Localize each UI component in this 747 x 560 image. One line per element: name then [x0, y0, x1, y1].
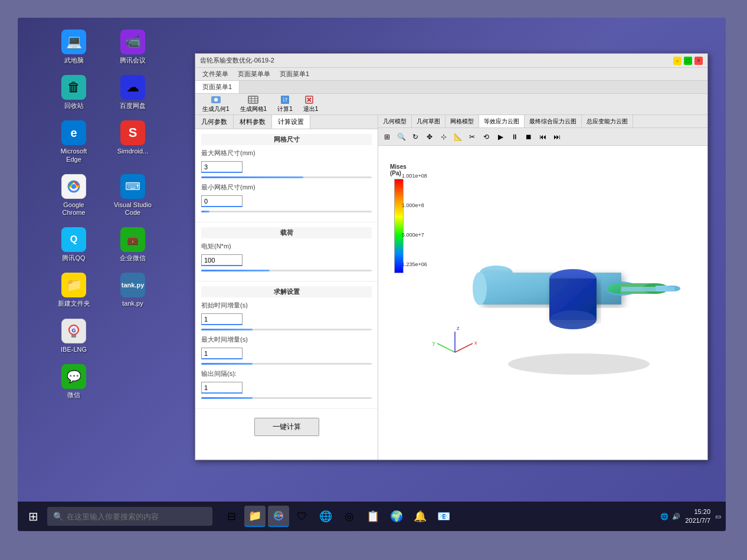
app-titlebar: 齿轮系输变数优化-0619-2 - □ × — [195, 54, 707, 68]
taskbar-app-6[interactable]: 📋 — [362, 506, 384, 527]
toolbar-generate-mesh[interactable]: 生成网格1 — [237, 94, 271, 114]
max-time-slider-fill — [201, 363, 253, 365]
view-pan-icon[interactable]: ✥ — [423, 130, 436, 143]
clock-time: 15:20 — [685, 507, 710, 516]
desktop-icon-tankpy[interactable]: tank.py tank.py — [112, 273, 153, 307]
taskbar-clock[interactable]: 15:20 2021/7/7 — [685, 507, 710, 526]
toolbar-exit[interactable]: 退出1 — [300, 94, 322, 114]
taskbar-task-view[interactable]: ⊟ — [221, 506, 242, 527]
desktop-icon-folder[interactable]: 📁 新建文件夹 — [53, 273, 94, 307]
init-time-slider[interactable] — [201, 329, 372, 330]
load-section: 载荷 电矩(N*m) — [195, 222, 378, 281]
param-tab-calc[interactable]: 计算设置 — [272, 115, 310, 129]
taskbar-search[interactable]: 🔍 — [47, 507, 212, 526]
taskbar-app-5[interactable]: ◎ — [339, 506, 360, 527]
min-mesh-input-row — [201, 195, 372, 207]
view-rotate-icon[interactable]: ↻ — [409, 130, 422, 143]
maximize-button[interactable]: □ — [684, 57, 692, 65]
menu-page1[interactable]: 页面菜单单 — [234, 69, 274, 79]
recycle-label: 回收站 — [64, 102, 84, 110]
param-tab-geometry[interactable]: 几何参数 — [195, 115, 234, 129]
init-time-input[interactable] — [201, 313, 243, 325]
toolbar-generate-geo[interactable]: 生成几何1 — [199, 94, 233, 114]
tab-page1[interactable]: 页面菜单1 — [195, 81, 240, 93]
torque-slider[interactable] — [201, 270, 372, 271]
desktop-icon-vscode[interactable]: ⌨ Visual Studio Code — [112, 174, 153, 217]
ibelng-label: IBE-LNG — [61, 346, 87, 353]
taskbar-app-3[interactable]: 🛡 — [291, 506, 313, 527]
min-mesh-slider[interactable] — [201, 211, 372, 212]
view-play-icon[interactable]: ▶ — [494, 130, 507, 143]
desktop-icon-wechat[interactable]: 💬 微信 — [53, 364, 94, 399]
init-time-input-row — [201, 313, 372, 325]
view-select-icon[interactable]: ⊹ — [437, 130, 450, 143]
view-fit-icon[interactable]: ⊞ — [381, 130, 394, 143]
taskbar-explorer[interactable]: 📁 — [244, 506, 266, 527]
close-button[interactable]: × — [694, 57, 703, 65]
view-tab-geo-model[interactable]: 几何模型 — [378, 115, 412, 127]
max-time-slider[interactable] — [201, 363, 372, 365]
output-interval-label: 输出间隔(s): — [201, 369, 372, 378]
max-mesh-input[interactable] — [201, 161, 243, 173]
ibelng-icon: G — [61, 319, 86, 343]
param-tab-material[interactable]: 材料参数 — [234, 115, 272, 129]
model-3d-shaft: x y z — [425, 163, 697, 388]
search-input[interactable] — [67, 512, 196, 521]
desktop-icon-simdroid[interactable]: S Simdroid... — [112, 120, 153, 163]
menu-file[interactable]: 文件菜单 — [199, 69, 232, 79]
desktop-icon-wudi[interactable]: 💻 武地脑 — [53, 30, 94, 64]
view-pause-icon[interactable]: ⏸ — [508, 130, 521, 143]
desktop-icon-recycle[interactable]: 🗑 回收站 — [53, 75, 94, 110]
desktop-icon-edge[interactable]: e Microsoft Edge — [53, 120, 94, 163]
view-tab-final-stress[interactable]: 最终综合应力云图 — [525, 115, 582, 127]
minimize-button[interactable]: - — [673, 57, 682, 65]
max-mesh-slider-fill — [201, 176, 303, 178]
desktop-icon-ibelng[interactable]: G IBE-LNG — [53, 319, 94, 353]
taskbar-app-9[interactable]: 📧 — [433, 506, 454, 527]
max-mesh-slider[interactable] — [201, 176, 372, 178]
view-zoom-in-icon[interactable]: 🔍 — [395, 130, 408, 143]
min-mesh-input[interactable] — [201, 195, 243, 207]
view-prev-icon[interactable]: ⏮ — [536, 130, 549, 143]
calc-icon: 计 — [279, 95, 291, 104]
view-reset-icon[interactable]: ⟲ — [480, 130, 493, 143]
desktop-icon-qq[interactable]: Q 腾讯QQ — [53, 227, 94, 262]
view-tab-geo-sketch[interactable]: 几何草图 — [412, 115, 445, 127]
taskbar-app-7[interactable]: 🌍 — [386, 506, 407, 527]
taskbar-app-4[interactable]: 🌐 — [315, 506, 336, 527]
app-content: 几何参数 材料参数 计算设置 网格尺寸 最大网格尺寸(mm) — [195, 115, 707, 460]
view-section-icon[interactable]: ✂ — [466, 130, 479, 143]
taskbar-chrome-app[interactable] — [268, 506, 289, 527]
max-time-input[interactable] — [201, 348, 243, 359]
taskbar-show-desktop[interactable]: ▭ — [715, 513, 721, 520]
desktop-icon-baidu[interactable]: ☁ 百度网盘 — [112, 75, 153, 110]
desktop-icon-chrome[interactable]: Google Chrome — [53, 174, 94, 217]
view-tab-strain[interactable]: 总应变能力云图 — [582, 115, 633, 127]
output-interval-slider[interactable] — [201, 397, 372, 399]
start-button[interactable]: ⊞ — [22, 506, 44, 527]
torque-input[interactable] — [201, 254, 243, 266]
output-interval-slider-fill — [201, 397, 253, 399]
param-tabs: 几何参数 材料参数 计算设置 — [195, 115, 378, 129]
menu-page2[interactable]: 页面菜单1 — [276, 69, 313, 79]
wudi-label: 武地脑 — [64, 57, 84, 64]
chrome-icon — [61, 174, 86, 199]
view-next-icon[interactable]: ⏭ — [551, 130, 563, 143]
view-tab-stress[interactable]: 等效应力云图 — [479, 115, 525, 127]
desktop: 💻 武地脑 📹 腾讯会议 🗑 回收站 ☁ 百度网盘 — [18, 18, 726, 531]
scale-mid1: 1.000e+8 — [402, 202, 427, 208]
desktop-icon-wxwork[interactable]: 💼 企业微信 — [112, 227, 153, 262]
one-click-calc-button[interactable]: 一键计算 — [254, 418, 319, 436]
taskbar-app-8[interactable]: 🔔 — [409, 506, 431, 527]
view-measure-icon[interactable]: 📐 — [451, 130, 464, 143]
icon-row-8: 💬 微信 — [53, 364, 153, 399]
toolbar-calc[interactable]: 计 计算1 — [274, 94, 296, 114]
output-interval-input[interactable] — [201, 382, 243, 394]
solver-section: 求解设置 初始时间增量(s) 最大时间增量(s) — [195, 281, 378, 409]
baidu-label: 百度网盘 — [120, 102, 146, 110]
view-tab-mesh[interactable]: 网格模型 — [445, 115, 479, 127]
vscode-label: Visual Studio Code — [112, 201, 153, 217]
clock-date: 2021/7/7 — [685, 516, 710, 525]
view-stop-icon[interactable]: ⏹ — [522, 130, 535, 143]
desktop-icon-tencent-meeting[interactable]: 📹 腾讯会议 — [112, 30, 153, 64]
